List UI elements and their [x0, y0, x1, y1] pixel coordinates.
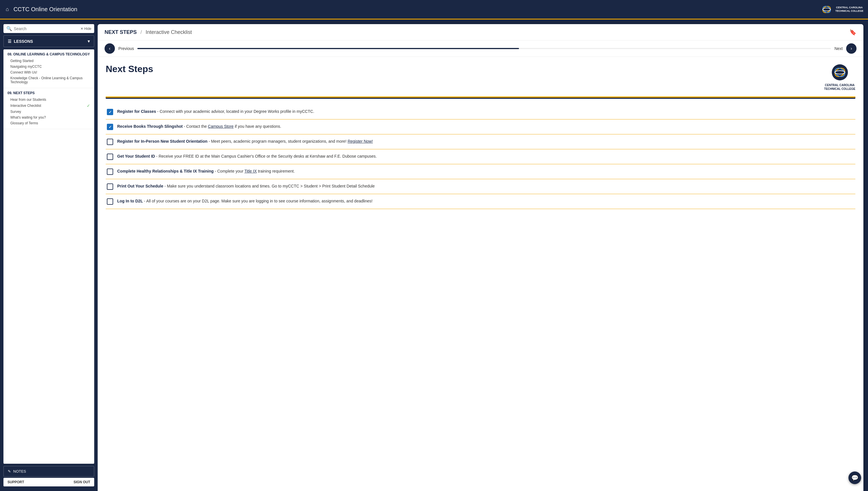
checkbox-3[interactable] [107, 139, 113, 145]
next-button[interactable]: › [846, 44, 857, 54]
main-content: Next Steps CENTRAL CAROLINATECHNICAL COL… [98, 57, 863, 491]
next-label: Next [834, 46, 843, 51]
breadcrumb-page: Interactive Checklist [146, 29, 192, 35]
checklist-text-5: Complete Healthy Relationships & Title I… [117, 168, 295, 174]
checkbox-6[interactable] [107, 183, 113, 190]
chat-button[interactable]: 💬 [848, 471, 861, 484]
lessons-content: 08. ONLINE LEARNING & CAMPUS TECHNOLOGY … [3, 49, 94, 464]
checklist-item-7: Log In to D2L - All of your courses are … [106, 194, 856, 209]
checklist-item-1: Register for Classes - Connect with your… [106, 105, 856, 119]
title-ix-link[interactable]: Title IX [244, 169, 257, 173]
checklist-item-6: Print Out Your Schedule - Make sure you … [106, 179, 856, 194]
content-card: NEXT STEPS / Interactive Checklist 🔖 ‹ P… [98, 24, 863, 491]
checklist-desc-6: - Make sure you understand classroom loc… [164, 184, 375, 189]
cctc-content-logo-text: CENTRAL CAROLINATECHNICAL COLLEGE [824, 83, 856, 91]
checklist-desc-5: - Complete your [215, 169, 244, 173]
cctc-content-logo-icon [831, 64, 848, 81]
page-title: Next Steps [106, 64, 153, 75]
sidebar-bottom: ✎ NOTES SUPPORT SIGN OUT [3, 466, 94, 486]
svg-point-4 [832, 64, 848, 80]
checklist-bold-1: Register for Classes [117, 109, 156, 114]
checklist-item-4: Get Your Student ID - Receive your FREE … [106, 149, 856, 164]
check-icon: ✓ [87, 104, 90, 108]
lesson-item-hear-students[interactable]: Hear from our Students [7, 97, 90, 103]
lesson-item-glossary[interactable]: Glossary of Terms [7, 120, 90, 126]
checklist-bold-6: Print Out Your Schedule [117, 184, 164, 189]
home-icon[interactable]: ⌂ [6, 6, 9, 12]
support-row: SUPPORT SIGN OUT [3, 478, 94, 486]
lesson-section-08: 08. ONLINE LEARNING & CAMPUS TECHNOLOGY … [3, 49, 94, 88]
sign-out-link[interactable]: SIGN OUT [74, 480, 90, 484]
cctc-logo-content: CENTRAL CAROLINATECHNICAL COLLEGE [824, 64, 856, 91]
nav-bar: ‹ Previous Next › [98, 40, 863, 57]
app-title: CCTC Online Orientation [13, 6, 77, 12]
lesson-item[interactable]: Knowledge Check - Online Learning & Camp… [7, 75, 90, 85]
breadcrumb-bar: NEXT STEPS / Interactive Checklist 🔖 [98, 24, 863, 40]
breadcrumb-divider: / [141, 29, 143, 35]
checklist-text-2: Receive Books Through Slingshot - Contac… [117, 123, 281, 129]
checklist-bold-7: Log In to D2L [117, 199, 143, 203]
lesson-section-09: 09. NEXT STEPS Hear from our Students In… [3, 88, 94, 129]
content-area: NEXT STEPS / Interactive Checklist 🔖 ‹ P… [98, 20, 868, 491]
checkbox-7[interactable] [107, 198, 113, 205]
prev-button[interactable]: ‹ [105, 44, 115, 54]
checkbox-4[interactable] [107, 154, 113, 160]
search-icon: 🔍 [6, 26, 12, 31]
register-now-link[interactable]: Register Now! [348, 139, 373, 144]
checklist-text-7: Log In to D2L - All of your courses are … [117, 198, 373, 204]
checklist-item-5: Complete Healthy Relationships & Title I… [106, 164, 856, 179]
checklist-bold-5: Complete Healthy Relationships & Title I… [117, 169, 214, 173]
campus-store-link[interactable]: Campus Store [208, 124, 233, 128]
hide-button[interactable]: ✕ Hide [80, 27, 91, 31]
checklist-desc-3: - Meet peers, academic program managers,… [208, 139, 348, 144]
lesson-item[interactable]: Getting Started [7, 58, 90, 64]
lessons-header[interactable]: ☰ LESSONS ▾ [3, 35, 94, 47]
breadcrumb: NEXT STEPS / Interactive Checklist [105, 29, 192, 35]
checklist-text-1: Register for Classes - Connect with your… [117, 109, 314, 115]
search-bar: 🔍 ✕ Hide [3, 24, 94, 33]
lesson-item-interactive-checklist[interactable]: Interactive Checklist ✓ [7, 103, 90, 109]
checklist-bold-4: Get Your Student ID [117, 154, 155, 158]
sidebar: 🔍 ✕ Hide ☰ LESSONS ▾ 08. ONLINE LEARNING… [0, 20, 98, 491]
checklist: Register for Classes - Connect with your… [106, 105, 856, 209]
lesson-item[interactable]: Connect With Us! [7, 69, 90, 75]
chevron-down-icon: ▾ [88, 38, 90, 44]
page-header: Next Steps CENTRAL CAROLINATECHNICAL COL… [106, 64, 856, 91]
checkbox-1[interactable] [107, 109, 113, 115]
checklist-item-3: Register for In-Person New Student Orien… [106, 134, 856, 149]
header-logo: CENTRAL CAROLINATECHNICAL COLLEGE [820, 3, 863, 16]
checklist-text-3: Register for In-Person New Student Orien… [117, 138, 373, 144]
search-input[interactable] [14, 26, 79, 31]
checklist-text-4: Get Your Student ID - Receive your FREE … [117, 153, 377, 160]
section-08-title: 08. ONLINE LEARNING & CAMPUS TECHNOLOGY [7, 52, 90, 56]
header-logo-text: CENTRAL CAROLINATECHNICAL COLLEGE [835, 6, 863, 12]
checklist-desc-7: - All of your courses are on your D2L pa… [144, 199, 373, 203]
checklist-desc-2b: if you have any questions. [235, 124, 281, 128]
checklist-desc-5b: training requirement. [258, 169, 295, 173]
cctc-logo-icon [820, 3, 833, 16]
checklist-desc-1: - Connect with your academic advisor, lo… [157, 109, 314, 114]
notes-icon: ✎ [8, 469, 11, 473]
lesson-item-waiting[interactable]: What's waiting for you? [7, 115, 90, 120]
lesson-item-survey[interactable]: Survey [7, 109, 90, 115]
breadcrumb-section: NEXT STEPS [105, 29, 137, 35]
hamburger-icon: ☰ [8, 39, 11, 44]
divider-bar [106, 96, 856, 99]
support-link[interactable]: SUPPORT [7, 480, 24, 484]
checklist-desc-2: - Contact the [184, 124, 208, 128]
checklist-desc-4: - Receive your FREE ID at the Main Campu… [156, 154, 377, 158]
checkbox-2[interactable] [107, 124, 113, 130]
close-icon: ✕ [80, 27, 83, 31]
bookmark-icon[interactable]: 🔖 [849, 29, 857, 36]
checklist-text-6: Print Out Your Schedule - Make sure you … [117, 183, 375, 189]
main-layout: 🔍 ✕ Hide ☰ LESSONS ▾ 08. ONLINE LEARNING… [0, 20, 868, 491]
checklist-bold-3: Register for In-Person New Student Orien… [117, 139, 207, 144]
checklist-item-2: Receive Books Through Slingshot - Contac… [106, 119, 856, 134]
top-header: ⌂ CCTC Online Orientation CENTRAL CAROLI… [0, 0, 868, 20]
nav-progress-bar [137, 48, 831, 49]
notes-button[interactable]: ✎ NOTES [3, 466, 94, 476]
checkbox-5[interactable] [107, 169, 113, 175]
lesson-item[interactable]: Navigating myCCTC [7, 64, 90, 69]
checklist-bold-2: Receive Books Through Slingshot [117, 124, 183, 128]
section-09-title: 09. NEXT STEPS [7, 91, 90, 95]
